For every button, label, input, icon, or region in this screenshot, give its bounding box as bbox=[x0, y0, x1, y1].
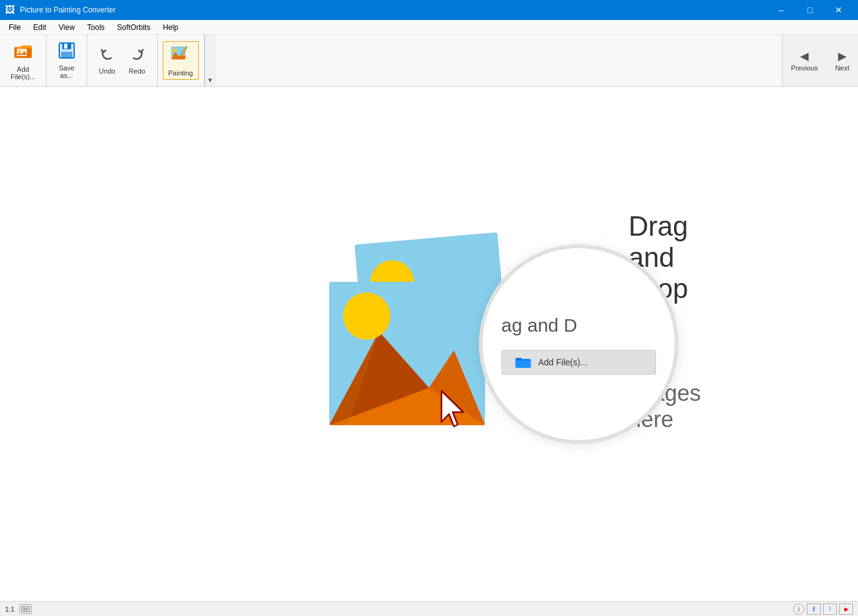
svg-marker-25 bbox=[441, 391, 463, 426]
zoom-level: 1:1 bbox=[5, 605, 14, 613]
svg-rect-1 bbox=[17, 49, 27, 56]
undo-icon bbox=[99, 46, 115, 66]
nav-btn-area: ◀ Previous ▶ Next bbox=[783, 35, 858, 86]
minimize-button[interactable]: – bbox=[767, 0, 796, 20]
cursor-illustration bbox=[435, 388, 473, 438]
svg-point-23 bbox=[343, 292, 390, 340]
title-bar: 🖼 Picture to Painting Converter – □ ✕ bbox=[0, 0, 858, 20]
youtube-icon[interactable]: ▶ bbox=[839, 604, 853, 615]
status-left: 1:1 bbox=[5, 604, 32, 614]
svg-rect-7 bbox=[61, 52, 72, 58]
redo-icon bbox=[129, 46, 145, 66]
add-files-circle-label: Add File(s)... bbox=[538, 357, 587, 367]
menu-softorbits[interactable]: SoftOrbits bbox=[111, 20, 157, 35]
menu-view[interactable]: View bbox=[52, 20, 81, 35]
svg-point-11 bbox=[173, 49, 176, 52]
info-icon[interactable]: i bbox=[793, 604, 804, 615]
drop-zone-container[interactable]: Drag and Drop your images here ag and D … bbox=[329, 238, 529, 450]
next-button[interactable]: ▶ Next bbox=[826, 35, 858, 86]
app-icon: 🖼 bbox=[5, 4, 15, 16]
svg-rect-6 bbox=[64, 44, 67, 49]
redo-button[interactable]: Redo bbox=[122, 43, 152, 78]
toolbar-group-save: Saveas... bbox=[47, 35, 87, 86]
painting-icon bbox=[170, 44, 191, 68]
undo-button[interactable]: Undo bbox=[92, 43, 122, 78]
maximize-button[interactable]: □ bbox=[796, 0, 824, 20]
twitter-icon[interactable]: t bbox=[823, 604, 837, 615]
toolbar-group-painting: Painting bbox=[158, 35, 205, 86]
redo-label: Redo bbox=[129, 67, 145, 75]
title-bar-left: 🖼 Picture to Painting Converter bbox=[5, 4, 115, 16]
toolbar: AddFile(s)... Saveas... bbox=[0, 35, 858, 87]
status-right: i f t ▶ bbox=[793, 604, 853, 615]
window-controls: – □ ✕ bbox=[767, 0, 853, 20]
painting-label: Painting bbox=[168, 69, 193, 77]
circle-magnifier: ag and D Add File(s)... bbox=[479, 244, 678, 444]
save-as-label: Saveas... bbox=[59, 64, 74, 79]
menu-edit[interactable]: Edit bbox=[27, 20, 52, 35]
menu-bar: File Edit View Tools SoftOrbits Help bbox=[0, 20, 858, 35]
close-button[interactable]: ✕ bbox=[824, 0, 853, 20]
previous-icon: ◀ bbox=[800, 49, 809, 63]
view-icon-box[interactable] bbox=[19, 604, 32, 614]
previous-button[interactable]: ◀ Previous bbox=[783, 35, 827, 86]
menu-tools[interactable]: Tools bbox=[81, 20, 111, 35]
circle-drag-text: ag and D bbox=[501, 313, 577, 337]
window-title: Picture to Painting Converter bbox=[20, 6, 115, 14]
save-icon bbox=[58, 42, 75, 63]
next-icon: ▶ bbox=[838, 49, 847, 63]
add-files-circle-button[interactable]: Add File(s)... bbox=[501, 350, 656, 375]
menu-file[interactable]: File bbox=[2, 20, 27, 35]
status-bar: 1:1 i f t ▶ bbox=[0, 601, 858, 616]
add-files-label: AddFile(s)... bbox=[11, 65, 36, 80]
save-as-button[interactable]: Saveas... bbox=[52, 39, 82, 82]
undo-label: Undo bbox=[99, 67, 115, 75]
previous-label: Previous bbox=[791, 64, 818, 72]
facebook-icon[interactable]: f bbox=[807, 604, 821, 615]
add-files-button[interactable]: AddFile(s)... bbox=[5, 37, 41, 84]
toolbar-main: AddFile(s)... Saveas... bbox=[0, 35, 782, 86]
circle-inner: ag and D Add File(s)... bbox=[483, 294, 675, 393]
add-icon bbox=[13, 41, 33, 64]
toolbar-group-undoredo: Undo Redo bbox=[87, 35, 158, 86]
toolbar-nav: ◀ Previous ▶ Next bbox=[782, 35, 858, 86]
toolbar-group-add: AddFile(s)... bbox=[0, 35, 47, 86]
svg-rect-27 bbox=[23, 608, 28, 610]
menu-help[interactable]: Help bbox=[157, 20, 185, 35]
next-label: Next bbox=[835, 64, 849, 72]
main-content: Drag and Drop your images here ag and D … bbox=[0, 87, 858, 601]
svg-point-2 bbox=[18, 50, 21, 52]
painting-button[interactable]: Painting bbox=[163, 41, 199, 80]
toolbar-expand-btn[interactable]: ▼ bbox=[205, 35, 216, 86]
